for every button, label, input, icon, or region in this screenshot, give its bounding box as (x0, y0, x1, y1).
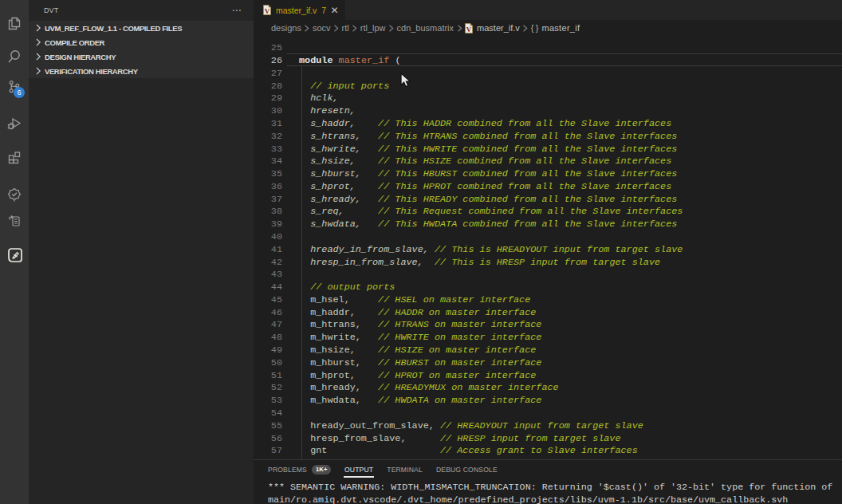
svg-text:V: V (265, 7, 270, 15)
svg-text:V: V (466, 25, 472, 33)
